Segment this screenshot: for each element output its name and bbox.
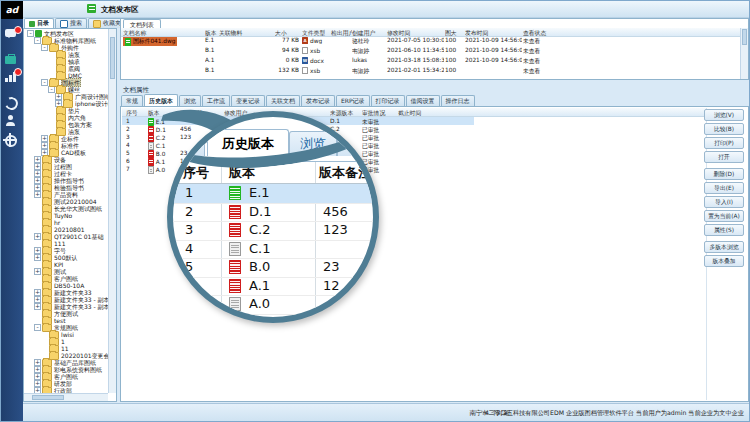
users-icon[interactable] — [5, 115, 19, 129]
action-button-1[interactable]: 浏览(V) — [704, 109, 744, 121]
cell-big: 100 — [445, 37, 463, 43]
tree-item[interactable]: 长光华大测试图纸 — [25, 205, 108, 212]
props-tab-打印记录[interactable]: 打印记录 — [371, 95, 405, 106]
tree-item[interactable]: 包装方案 — [25, 121, 108, 128]
tree-item[interactable]: -标准物料库图纸 — [25, 37, 108, 44]
action-button-3[interactable]: 打印(P) — [704, 137, 744, 149]
expand-icon[interactable]: + — [34, 303, 41, 310]
props-tab-发布记录[interactable]: 发布记录 — [301, 95, 335, 106]
tree-item[interactable]: 方便测试 — [25, 310, 108, 317]
action-button-5[interactable]: 删除(D) — [704, 168, 744, 180]
briefcase-icon[interactable] — [5, 53, 19, 67]
sidebar-tab-搜索[interactable]: 搜索 — [55, 18, 87, 28]
tree-item[interactable]: 底阀 — [25, 65, 108, 72]
tree-item[interactable]: +企标件 — [25, 135, 108, 142]
action-button-11[interactable]: 版本叠加 — [704, 255, 744, 267]
tree-item[interactable]: -常规图纸 — [25, 324, 108, 331]
tree-item[interactable]: hr — [25, 219, 108, 226]
magnifier-bubble: 常规 历史版本 浏览 工作流 序号版本版本备注1E.12D.14563C.212… — [167, 111, 379, 323]
magnified-version-row: 5B.023 — [173, 258, 373, 278]
cell-no: 5 — [126, 150, 148, 156]
sidebar-tabs: 目录搜索收藏夹 — [24, 18, 126, 28]
expand-icon[interactable]: + — [34, 233, 41, 240]
expand-icon[interactable]: - — [41, 44, 48, 51]
cell-view_status: 未查看 — [523, 47, 563, 56]
file-row[interactable]: 国标件015.xsbB.194 KBxsb韦淑婷2021-06-10 11:34… — [121, 46, 740, 56]
tree-item-label: 500默认 — [54, 254, 77, 261]
tree-item[interactable]: TuyNo — [25, 212, 108, 219]
tree-item[interactable]: 客户图纸 — [25, 275, 108, 282]
magnified-tab-browse: 浏览 — [289, 131, 337, 156]
tree-item[interactable]: 1 — [25, 338, 108, 345]
tree-item[interactable]: 油泵 — [25, 51, 108, 58]
folder-tree: -文档发布区-标准物料库图纸-外购件油泵轴承底阀DMC-国标件-螺丝+广商设计图… — [25, 30, 108, 393]
expand-icon[interactable]: - — [34, 324, 41, 331]
tree-item-label: iphone设计模板 — [75, 100, 108, 107]
props-tab-ERP记录[interactable]: ERP记录 — [336, 95, 370, 106]
action-button-7[interactable]: 导入(I) — [704, 196, 744, 208]
sync-icon — [3, 95, 20, 112]
file-row[interactable]: 国标件041.dwgE.177 KBAdwg骆桂玲2021-07-05 10:3… — [121, 36, 740, 46]
expand-icon[interactable]: - — [27, 30, 34, 37]
folder-tree-panel: -文档发布区-标准物料库图纸-外购件油泵轴承底阀DMC-国标件-螺丝+广商设计图… — [23, 28, 117, 402]
action-button-8[interactable]: 置为当前(A) — [704, 210, 744, 222]
tree-item-label: 企标件 — [61, 135, 79, 142]
tree-item[interactable]: 测试20210004 — [25, 198, 108, 205]
tree-item[interactable]: +新建文件夹33 - 副本 - 副本 — [25, 303, 108, 310]
tree-item-label: DB50-10A — [54, 282, 84, 289]
action-button-4[interactable]: 打开 — [704, 151, 744, 163]
props-tab-操作日志[interactable]: 操作日志 — [441, 95, 475, 106]
file-row[interactable]: Word016.docxA.10 KBWdocxlukas2021-03-18 … — [121, 56, 740, 66]
tree-item-label: 油泵 — [68, 51, 80, 58]
tree-item[interactable]: 轴承 — [25, 58, 108, 65]
tree-item[interactable]: +iphone设计模板 — [25, 100, 108, 107]
action-button-9[interactable]: 属性(S) — [704, 224, 744, 236]
action-button-10[interactable]: 多版本浏览 — [704, 241, 744, 253]
expand-icon[interactable]: + — [34, 191, 41, 198]
tree-item[interactable]: +标准件 — [25, 142, 108, 149]
sidebar-tab-目录[interactable]: 目录 — [24, 18, 54, 28]
tree-item[interactable]: 11 — [25, 345, 108, 352]
cell-size: 0 KB — [275, 57, 299, 63]
tree-item[interactable]: 油泵 — [25, 128, 108, 135]
magnified-column-header: 版本备注 — [319, 162, 371, 183]
props-tab-常规[interactable]: 常规 — [121, 95, 143, 106]
tree-item[interactable]: 内六角 — [25, 114, 108, 121]
action-button-2[interactable]: 比较(B) — [704, 123, 744, 135]
tree-item-label: 彩电系统资料图纸 — [54, 366, 102, 373]
file-list-scrollbar[interactable] — [740, 28, 748, 79]
chart-icon[interactable] — [5, 71, 19, 85]
tree-item[interactable]: 垫片 — [25, 107, 108, 114]
expand-icon[interactable]: + — [34, 268, 41, 275]
file-type: xsb — [302, 47, 330, 54]
tree-item[interactable]: -国标件 — [25, 79, 108, 86]
magnified-version-row: 3C.2123 — [173, 221, 373, 241]
tree-item[interactable]: +测试 — [25, 268, 108, 275]
magnified-column-header: 版本 — [229, 162, 255, 183]
file-type-label: dwg — [310, 38, 322, 44]
expand-icon[interactable]: + — [34, 254, 41, 261]
expand-icon[interactable]: - — [41, 79, 48, 86]
sync-icon[interactable] — [5, 97, 19, 111]
file-list-panel: 文档列表 文档名称 ▼版本关联物料大小文件类型检出用户创建用户修改时间图大发布时… — [120, 18, 749, 80]
chat-icon[interactable] — [5, 29, 19, 43]
magnified-version-doc-icon — [229, 279, 241, 293]
tree-item-label: 标准物料库图纸 — [54, 37, 96, 44]
tree-item-label: CAD模板 — [61, 149, 86, 156]
tree-item[interactable]: +500默认 — [25, 254, 108, 261]
tree-item[interactable]: +QT2901C 01基础 — [25, 233, 108, 240]
file-row[interactable]: 2025国标件0002.xsbB.1132 KBxsb韦淑婷2021-02-01… — [121, 66, 740, 76]
expand-icon[interactable]: - — [48, 86, 55, 93]
magnified-cell-version: E.1 — [249, 184, 270, 203]
tree-horizontal-scrollbar[interactable] — [24, 393, 108, 401]
expand-icon[interactable]: - — [34, 37, 41, 44]
action-button-6[interactable]: 导出(E) — [704, 182, 744, 194]
tree-vertical-scrollbar[interactable] — [108, 29, 116, 393]
tree-item[interactable]: -外购件 — [25, 44, 108, 51]
props-tab-借阅设置[interactable]: 借阅设置 — [406, 95, 440, 106]
cell-no: 1 — [126, 118, 148, 124]
tree-item[interactable]: +产品资料 — [25, 191, 108, 198]
magnified-cell-version: B.0 — [249, 258, 270, 277]
tree-item[interactable]: lwisi — [25, 331, 108, 338]
gear-icon[interactable] — [5, 135, 19, 149]
